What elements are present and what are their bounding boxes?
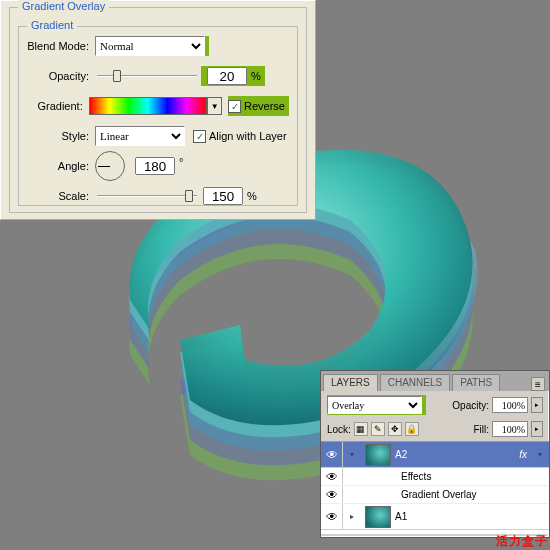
reverse-label[interactable]: Reverse: [244, 100, 285, 112]
lock-brush-icon[interactable]: ✎: [371, 422, 385, 436]
tab-channels[interactable]: CHANNELS: [380, 374, 450, 391]
opacity-row: Opacity: %: [27, 65, 289, 87]
fill-stepper[interactable]: ▸: [531, 421, 543, 437]
scale-input[interactable]: [203, 187, 243, 205]
style-row: Style: Linear ✓ Align with Layer: [27, 125, 289, 147]
layers-panel: LAYERS CHANNELS PATHS ≡ Overlay Opacity:…: [320, 370, 550, 538]
gradient-overlay-panel: Gradient Overlay Gradient Blend Mode: No…: [0, 0, 316, 220]
effect-gradient-overlay-row[interactable]: 👁 Gradient Overlay: [321, 486, 549, 504]
gradient-row: Gradient: ▼ ✓ Reverse: [27, 95, 289, 117]
visibility-icon[interactable]: 👁: [321, 504, 343, 529]
fieldset-gradient-overlay: Gradient Overlay Gradient Blend Mode: No…: [9, 7, 307, 213]
fill-input[interactable]: [492, 421, 528, 437]
blend-mode-label: Blend Mode:: [27, 40, 89, 52]
opacity-label: Opacity:: [27, 70, 89, 82]
layer-thumbnail[interactable]: [365, 506, 391, 528]
fill-label: Fill:: [473, 424, 489, 435]
angle-row: Angle: °: [27, 155, 289, 177]
angle-degree: °: [179, 156, 183, 168]
gradient-dropdown-arrow[interactable]: ▼: [207, 97, 222, 115]
opacity-highlight: %: [201, 66, 265, 86]
lock-move-icon[interactable]: ✥: [388, 422, 402, 436]
opacity-percent: %: [251, 70, 261, 82]
layers-list: 👁 ▾ A2 fx ▾ 👁 Effects 👁 Gradient Overlay…: [321, 442, 549, 534]
layers-blend-select[interactable]: Overlay: [327, 396, 422, 414]
effect-name: Gradient Overlay: [401, 489, 477, 500]
group-title: Gradient: [27, 19, 77, 31]
lock-label: Lock:: [327, 424, 351, 435]
angle-dial[interactable]: [95, 151, 125, 181]
scale-percent: %: [247, 190, 257, 202]
layer-toggle-icon[interactable]: ▾: [343, 450, 361, 459]
lock-all-icon[interactable]: 🔒: [405, 422, 419, 436]
blend-mode-select[interactable]: Normal: [95, 36, 205, 56]
opacity-slider[interactable]: [97, 69, 197, 83]
style-select[interactable]: Linear: [95, 126, 185, 146]
angle-input[interactable]: [135, 157, 175, 175]
layers-tabs: LAYERS CHANNELS PATHS ≡: [321, 371, 549, 391]
layer-name: A2: [395, 449, 519, 460]
opacity-input[interactable]: [207, 67, 247, 85]
fieldset-gradient: Gradient Blend Mode: Normal Opacity: %: [18, 26, 298, 206]
effects-row[interactable]: 👁 Effects: [321, 468, 549, 486]
layer-row-a2[interactable]: 👁 ▾ A2 fx ▾: [321, 442, 549, 468]
fx-badge[interactable]: fx: [519, 449, 527, 460]
align-checkbox[interactable]: ✓: [193, 130, 206, 143]
reverse-checkbox[interactable]: ✓: [228, 100, 241, 113]
layers-lock-row: Lock: ▦ ✎ ✥ 🔒 Fill: ▸: [321, 419, 549, 442]
layer-toggle-icon[interactable]: ▸: [343, 512, 361, 521]
panel-title: Gradient Overlay: [18, 0, 109, 12]
scale-slider[interactable]: [97, 189, 197, 203]
blend-mode-highlight: Normal: [95, 36, 209, 56]
watermark-text: 活力盒子: [496, 533, 548, 550]
fx-toggle-icon[interactable]: ▾: [531, 450, 549, 459]
visibility-icon[interactable]: 👁: [321, 468, 343, 485]
panel-menu-icon[interactable]: ≡: [531, 377, 545, 391]
lock-transparency-icon[interactable]: ▦: [354, 422, 368, 436]
style-label: Style:: [27, 130, 89, 142]
blend-mode-row: Blend Mode: Normal: [27, 35, 289, 57]
layers-blend-row: Overlay Opacity: ▸: [321, 391, 549, 419]
layers-opacity-input[interactable]: [492, 397, 528, 413]
layer-thumbnail[interactable]: [365, 444, 391, 466]
scale-row: Scale: %: [27, 185, 289, 207]
layer-name: A1: [395, 511, 549, 522]
tab-paths[interactable]: PATHS: [452, 374, 500, 391]
effects-label: Effects: [401, 471, 431, 482]
gradient-swatch[interactable]: [89, 97, 208, 115]
visibility-icon[interactable]: 👁: [321, 442, 343, 467]
reverse-highlight: ✓ Reverse: [228, 96, 289, 116]
align-group: ✓ Align with Layer: [193, 130, 287, 143]
layers-opacity-stepper[interactable]: ▸: [531, 397, 543, 413]
align-label[interactable]: Align with Layer: [209, 130, 287, 142]
visibility-icon[interactable]: 👁: [321, 486, 343, 503]
tab-layers[interactable]: LAYERS: [323, 374, 378, 391]
layers-opacity-label: Opacity:: [452, 400, 489, 411]
gradient-label: Gradient:: [27, 100, 83, 112]
scale-label: Scale:: [27, 190, 89, 202]
angle-label: Angle:: [27, 160, 89, 172]
layers-blend-highlight: Overlay: [327, 395, 426, 415]
